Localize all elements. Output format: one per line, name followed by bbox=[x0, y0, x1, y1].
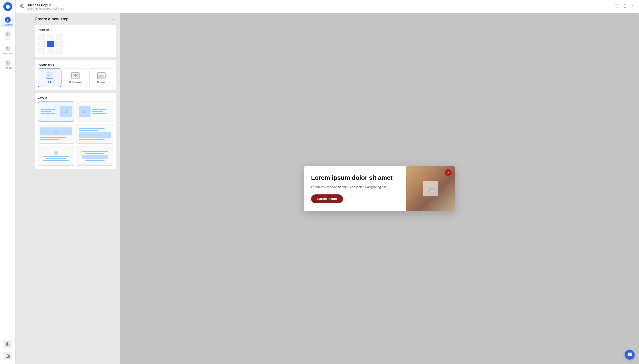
topbar-controls: ⋮ bbox=[614, 4, 634, 10]
layout-card-3[interactable]: 🖼 bbox=[38, 124, 74, 144]
popup-type-floating-label: Floating bbox=[97, 81, 106, 84]
layout-preview-2: 🖼 bbox=[79, 106, 111, 117]
layout-line-1 bbox=[41, 109, 55, 110]
layout-preview-6 bbox=[79, 151, 111, 161]
desktop-icon[interactable] bbox=[614, 4, 619, 10]
image-placeholder-icon-3: 🖼 bbox=[55, 130, 58, 133]
layout-card-4[interactable] bbox=[77, 124, 113, 144]
layout-img-block-2: 🖼 bbox=[79, 106, 91, 117]
popup-type-section: Popup Type Light bbox=[35, 60, 116, 90]
pos-top-right[interactable] bbox=[56, 34, 63, 40]
popup-close-button[interactable]: × bbox=[445, 169, 452, 176]
app-title: Success Popup bbox=[27, 3, 64, 7]
sidebar-item-style[interactable]: 2 Style bbox=[1, 30, 15, 42]
layout-line-16 bbox=[85, 153, 105, 154]
layout-card-5[interactable] bbox=[38, 146, 74, 166]
back-button[interactable]: ← bbox=[112, 17, 116, 22]
popup-content: Lorem ipsum dolor sit amet Lorem ipsum d… bbox=[304, 166, 455, 211]
chat-icon bbox=[627, 352, 632, 357]
pos-top-left[interactable] bbox=[38, 34, 45, 40]
pos-bot-left[interactable] bbox=[38, 48, 45, 54]
layout-line-10 bbox=[79, 130, 98, 131]
panel-header: Create a new step ← bbox=[35, 17, 116, 22]
popup-type-floating[interactable]: Floating bbox=[89, 68, 113, 87]
step-4-number: 4 bbox=[5, 60, 11, 66]
svg-rect-13 bbox=[51, 75, 52, 75]
popup-type-fullscreen[interactable]: Fullscreen bbox=[64, 68, 87, 87]
pos-bot-center[interactable] bbox=[47, 48, 54, 54]
popup-type-fullscreen-label: Fullscreen bbox=[69, 81, 81, 84]
layout-line-9 bbox=[79, 128, 105, 129]
step-2-number: 2 bbox=[5, 31, 11, 37]
layout-card-1[interactable]: 🖼 bbox=[38, 102, 74, 122]
step-3-label: Segment bbox=[3, 52, 13, 55]
layout-preview-3: 🖼 bbox=[40, 128, 72, 140]
layout-text-block-2 bbox=[91, 106, 111, 117]
svg-rect-19 bbox=[99, 77, 102, 77]
pos-bot-right[interactable] bbox=[56, 48, 63, 54]
settings-button[interactable] bbox=[3, 340, 12, 348]
pos-top-center[interactable] bbox=[47, 34, 54, 40]
light-icon bbox=[45, 72, 54, 80]
left-panel: Create a new step ← Position Popup Type bbox=[31, 13, 120, 364]
app-logo[interactable] bbox=[3, 2, 12, 11]
layout-line-14 bbox=[43, 160, 69, 161]
svg-point-21 bbox=[429, 187, 430, 188]
sidebar-nav: 1 Customize 2 Style 3 Segment 4 Publish bbox=[0, 0, 16, 364]
fullscreen-icon bbox=[71, 72, 80, 80]
pos-mid-center[interactable] bbox=[47, 41, 54, 47]
layout-line-3 bbox=[41, 113, 55, 114]
briefcase-button[interactable] bbox=[3, 352, 12, 360]
popup-image-placeholder bbox=[423, 181, 438, 196]
more-options-icon[interactable]: ⋮ bbox=[630, 4, 634, 9]
pos-mid-left[interactable] bbox=[38, 41, 45, 47]
layout-card-2[interactable]: 🖼 bbox=[77, 102, 113, 122]
layout-line-6 bbox=[92, 113, 107, 114]
popup-cta-button[interactable]: Lorem ipsum bbox=[311, 194, 343, 203]
popup-body: Lorem ipsum dolor sit amet, consectetur … bbox=[311, 185, 399, 190]
layout-line-2 bbox=[41, 111, 52, 112]
layout-line-13 bbox=[46, 158, 66, 159]
svg-rect-2 bbox=[6, 355, 9, 358]
layout-label: Layout bbox=[38, 96, 113, 99]
layout-img-block-1: 🖼 bbox=[60, 106, 72, 117]
chat-button[interactable] bbox=[625, 350, 634, 360]
popup-type-light[interactable]: Light bbox=[38, 68, 62, 87]
main-area: Create a new step ← Position Popup Type bbox=[31, 13, 639, 364]
layout-line-17 bbox=[85, 160, 105, 161]
popup-overlay: × Lorem ipsum dolor sit amet Lorem ipsum… bbox=[120, 13, 639, 364]
position-label: Position bbox=[38, 28, 113, 32]
mobile-icon[interactable] bbox=[623, 4, 627, 10]
globe-icon bbox=[20, 4, 25, 9]
svg-rect-18 bbox=[99, 76, 101, 77]
popup-types-container: Light Fullscreen bbox=[38, 68, 113, 87]
step-4-label: Publish bbox=[4, 66, 12, 69]
svg-rect-11 bbox=[47, 74, 50, 77]
popup-type-label: Popup Type bbox=[38, 63, 113, 66]
panel-title: Create a new step bbox=[35, 17, 69, 22]
svg-rect-5 bbox=[615, 4, 619, 7]
svg-rect-17 bbox=[99, 76, 104, 78]
sidebar-item-segment[interactable]: 3 Segment bbox=[1, 44, 15, 56]
popup-left-section: Lorem ipsum dolor sit amet Lorem ipsum d… bbox=[304, 166, 406, 211]
layout-section: Layout 🖼 bbox=[35, 93, 116, 169]
layout-line-12 bbox=[43, 156, 69, 157]
image-placeholder-icon-1: 🖼 bbox=[65, 110, 68, 113]
image-icon bbox=[426, 185, 434, 193]
svg-rect-14 bbox=[51, 76, 52, 76]
layout-line-11 bbox=[79, 139, 105, 140]
sidebar-item-customize[interactable]: 1 Customize bbox=[1, 15, 15, 28]
pos-mid-right[interactable] bbox=[56, 41, 63, 47]
layout-line-4 bbox=[92, 109, 107, 110]
layout-preview-1: 🖼 bbox=[40, 106, 72, 117]
popup-type-light-label: Light bbox=[47, 81, 52, 84]
position-section: Position bbox=[35, 25, 116, 57]
step-3-number: 3 bbox=[5, 46, 11, 52]
layout-card-6[interactable] bbox=[77, 146, 113, 166]
svg-point-1 bbox=[7, 344, 8, 345]
step-1-number: 1 bbox=[5, 17, 11, 22]
step-1-label: Customize bbox=[2, 23, 14, 26]
popup-heading: Lorem ipsum dolor sit amet bbox=[311, 174, 399, 182]
layout-img-top: 🖼 bbox=[40, 128, 72, 136]
sidebar-item-publish[interactable]: 4 Publish bbox=[1, 58, 15, 71]
